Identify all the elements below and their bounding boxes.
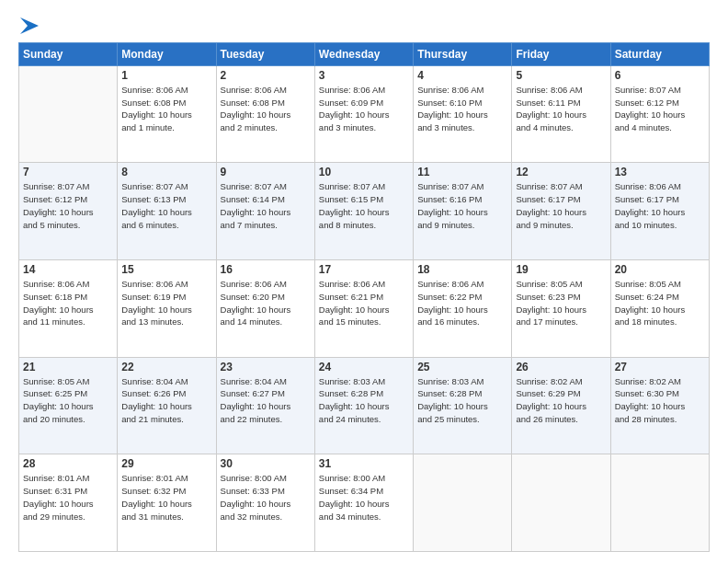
day-number: 9 — [221, 166, 311, 178]
day-info-line: Sunset: 6:33 PM — [221, 486, 285, 496]
day-info: Sunrise: 8:01 AMSunset: 6:31 PMDaylight:… — [23, 472, 113, 523]
calendar-week-row: 7Sunrise: 8:07 AMSunset: 6:12 PMDaylight… — [19, 163, 710, 260]
day-number: 10 — [319, 166, 409, 178]
calendar-cell: 22Sunrise: 8:04 AMSunset: 6:26 PMDayligh… — [118, 357, 216, 454]
calendar-cell: 19Sunrise: 8:05 AMSunset: 6:23 PMDayligh… — [512, 260, 610, 358]
calendar-week-row: 14Sunrise: 8:06 AMSunset: 6:18 PMDayligh… — [19, 260, 710, 358]
day-info-line: and 18 minutes. — [615, 316, 677, 327]
day-info-line: Sunset: 6:28 PM — [319, 388, 383, 398]
day-info-line: and 7 minutes. — [221, 220, 278, 230]
calendar-cell: 7Sunrise: 8:07 AMSunset: 6:12 PMDaylight… — [19, 163, 118, 260]
day-info-line: and 3 minutes. — [319, 122, 376, 132]
day-info-line: Sunrise: 8:00 AM — [319, 473, 385, 483]
day-info: Sunrise: 8:03 AMSunset: 6:28 PMDaylight:… — [417, 375, 507, 426]
day-info-line: Sunset: 6:30 PM — [615, 388, 679, 398]
day-info-line: Sunset: 6:21 PM — [319, 292, 383, 302]
day-info-line: Sunset: 6:27 PM — [221, 388, 285, 398]
day-info-line: Daylight: 10 hours — [417, 304, 488, 315]
day-info-line: and 17 minutes. — [516, 316, 578, 327]
day-info: Sunrise: 8:07 AMSunset: 6:12 PMDaylight:… — [23, 180, 113, 231]
day-info-line: Daylight: 10 hours — [23, 401, 94, 411]
day-info-line: Sunrise: 8:05 AM — [615, 279, 681, 289]
day-info-line: and 10 minutes. — [615, 220, 677, 230]
day-info-line: and 25 minutes. — [417, 414, 480, 424]
day-info-line: Sunrise: 8:02 AM — [516, 376, 582, 386]
day-info-line: Daylight: 10 hours — [319, 304, 390, 315]
day-info-line: Daylight: 10 hours — [221, 304, 291, 315]
day-info: Sunrise: 8:05 AMSunset: 6:25 PMDaylight:… — [23, 375, 113, 426]
calendar-cell: 10Sunrise: 8:07 AMSunset: 6:15 PMDayligh… — [314, 163, 413, 260]
calendar-cell — [610, 454, 709, 552]
day-info-line: and 20 minutes. — [23, 414, 85, 424]
day-number: 20 — [615, 263, 705, 276]
day-info: Sunrise: 8:07 AMSunset: 6:17 PMDaylight:… — [516, 180, 606, 231]
calendar-cell: 21Sunrise: 8:05 AMSunset: 6:25 PMDayligh… — [19, 357, 118, 454]
day-info-line: and 31 minutes. — [121, 511, 184, 522]
calendar-cell: 5Sunrise: 8:06 AMSunset: 6:11 PMDaylight… — [512, 65, 610, 163]
day-info-line: Daylight: 10 hours — [615, 401, 686, 411]
day-info-line: Sunrise: 8:06 AM — [417, 85, 483, 95]
day-info-line: Sunrise: 8:06 AM — [221, 85, 287, 95]
day-info-line: Sunset: 6:19 PM — [121, 292, 186, 302]
logo-text — [18, 17, 39, 35]
day-info-line: Sunset: 6:23 PM — [516, 292, 580, 302]
day-info-line: Sunset: 6:08 PM — [121, 98, 186, 108]
page: SundayMondayTuesdayWednesdayThursdayFrid… — [0, 0, 728, 563]
day-info: Sunrise: 8:00 AMSunset: 6:33 PMDaylight:… — [221, 472, 311, 523]
day-info-line: Daylight: 10 hours — [121, 109, 192, 120]
day-info-line: Sunset: 6:32 PM — [121, 486, 186, 496]
day-info-line: Sunset: 6:13 PM — [121, 194, 186, 204]
day-info: Sunrise: 8:05 AMSunset: 6:24 PMDaylight:… — [615, 278, 705, 328]
day-info-line: and 6 minutes. — [121, 220, 178, 230]
day-info-line: Sunrise: 8:00 AM — [221, 473, 287, 483]
day-info: Sunrise: 8:06 AMSunset: 6:19 PMDaylight:… — [121, 278, 211, 328]
weekday-header-row: SundayMondayTuesdayWednesdayThursdayFrid… — [19, 42, 710, 65]
calendar-cell: 23Sunrise: 8:04 AMSunset: 6:27 PMDayligh… — [216, 357, 314, 454]
day-info: Sunrise: 8:06 AMSunset: 6:09 PMDaylight:… — [319, 84, 409, 134]
day-info-line: Daylight: 10 hours — [221, 109, 291, 120]
calendar-table: SundayMondayTuesdayWednesdayThursdayFrid… — [18, 42, 710, 552]
calendar-cell: 18Sunrise: 8:06 AMSunset: 6:22 PMDayligh… — [414, 260, 512, 358]
day-info-line: Sunrise: 8:05 AM — [23, 376, 89, 386]
calendar-cell: 31Sunrise: 8:00 AMSunset: 6:34 PMDayligh… — [314, 454, 413, 552]
day-info: Sunrise: 8:06 AMSunset: 6:21 PMDaylight:… — [319, 278, 409, 328]
day-number: 6 — [615, 69, 705, 82]
day-info-line: Sunset: 6:10 PM — [417, 98, 482, 108]
day-info: Sunrise: 8:04 AMSunset: 6:27 PMDaylight:… — [221, 375, 311, 426]
day-info-line: Sunrise: 8:01 AM — [121, 473, 188, 483]
day-number: 18 — [417, 263, 507, 276]
day-number: 25 — [417, 361, 507, 373]
day-info: Sunrise: 8:04 AMSunset: 6:26 PMDaylight:… — [121, 375, 211, 426]
day-info: Sunrise: 8:01 AMSunset: 6:32 PMDaylight:… — [121, 472, 211, 523]
day-info: Sunrise: 8:02 AMSunset: 6:30 PMDaylight:… — [615, 375, 705, 426]
day-info-line: Sunrise: 8:06 AM — [121, 85, 188, 95]
day-info-line: Sunset: 6:31 PM — [23, 486, 87, 496]
day-info-line: Daylight: 10 hours — [221, 207, 291, 217]
calendar-cell: 12Sunrise: 8:07 AMSunset: 6:17 PMDayligh… — [512, 163, 610, 260]
day-info-line: Daylight: 10 hours — [121, 207, 192, 217]
day-info-line: and 32 minutes. — [221, 511, 283, 522]
day-info-line: and 13 minutes. — [121, 316, 184, 327]
day-info-line: Sunrise: 8:06 AM — [23, 279, 89, 289]
weekday-header-friday: Friday — [512, 42, 610, 65]
day-info-line: Daylight: 10 hours — [23, 499, 94, 509]
day-info: Sunrise: 8:07 AMSunset: 6:15 PMDaylight:… — [319, 180, 409, 231]
day-info-line: Sunset: 6:08 PM — [221, 98, 285, 108]
day-info-line: and 29 minutes. — [23, 511, 85, 522]
weekday-header-tuesday: Tuesday — [216, 42, 314, 65]
day-info: Sunrise: 8:06 AMSunset: 6:08 PMDaylight:… — [221, 84, 311, 134]
day-number: 5 — [516, 69, 606, 82]
day-number: 17 — [319, 263, 409, 276]
day-info-line: Sunset: 6:18 PM — [23, 292, 87, 302]
day-number: 23 — [221, 361, 311, 373]
calendar-cell: 30Sunrise: 8:00 AMSunset: 6:33 PMDayligh… — [216, 454, 314, 552]
calendar-cell: 24Sunrise: 8:03 AMSunset: 6:28 PMDayligh… — [314, 357, 413, 454]
day-info: Sunrise: 8:02 AMSunset: 6:29 PMDaylight:… — [516, 375, 606, 426]
calendar-cell: 29Sunrise: 8:01 AMSunset: 6:32 PMDayligh… — [118, 454, 216, 552]
day-info-line: Daylight: 10 hours — [23, 304, 94, 315]
day-info-line: Sunrise: 8:07 AM — [23, 181, 89, 191]
calendar-cell: 3Sunrise: 8:06 AMSunset: 6:09 PMDaylight… — [314, 65, 413, 163]
day-info: Sunrise: 8:07 AMSunset: 6:13 PMDaylight:… — [121, 180, 211, 231]
day-info-line: Sunset: 6:14 PM — [221, 194, 285, 204]
svg-marker-0 — [20, 17, 39, 34]
